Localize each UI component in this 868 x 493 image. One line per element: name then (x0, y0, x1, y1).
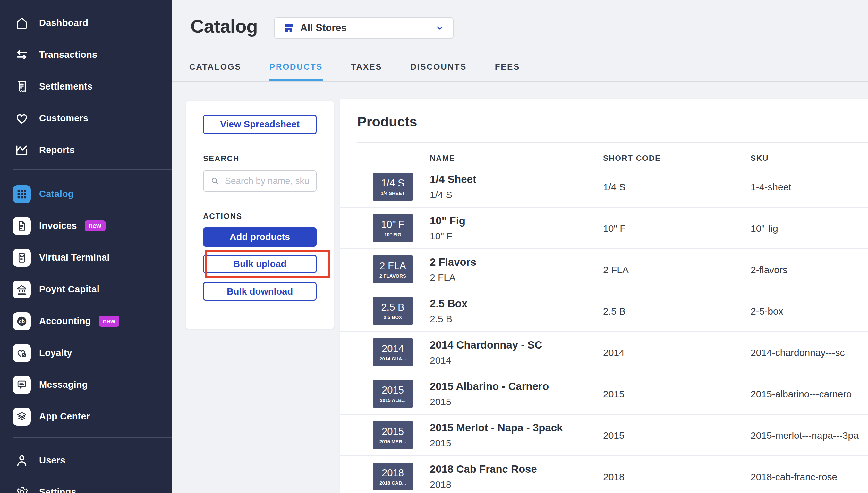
column-header-sku: SKU (751, 154, 769, 163)
product-subname: 10" F (430, 231, 452, 242)
search-section-label: SEARCH (203, 154, 239, 163)
search-input[interactable] (225, 176, 310, 186)
sidebar-item-loyalty[interactable]: Loyalty (0, 337, 172, 369)
svg-text:qb: qb (19, 318, 25, 324)
product-sku: 2018-cab-franc-rose (751, 471, 837, 483)
user-icon (13, 452, 31, 470)
sidebar-item-settlements[interactable]: Settlements (0, 71, 172, 102)
bulk-upload-button[interactable]: Bulk upload (203, 255, 317, 273)
product-row[interactable]: 1/4 S1/4 SHEET1/4 Sheet1/4 S1/4 S1-4-she… (340, 166, 868, 208)
product-row[interactable]: 10" F10" FIG10" Fig10" F10" F10"-fig (340, 208, 868, 249)
product-subname: 2015 (430, 396, 451, 407)
page-title: Catalog (191, 16, 258, 37)
product-row[interactable]: 20182018 CAB...2018 Cab Franc Rose201820… (340, 456, 868, 493)
product-sku: 1-4-sheet (751, 182, 791, 193)
product-sku: 10"-fig (751, 223, 778, 234)
product-tile-abbrev: 10" F (381, 219, 404, 231)
product-tile-sub: 2018 CAB... (379, 480, 406, 486)
catalog-actions-card: View Spreadsheet SEARCH ACTIONS Add prod… (186, 102, 334, 329)
bulk-download-button[interactable]: Bulk download (203, 282, 317, 301)
add-products-button[interactable]: Add products (203, 227, 317, 246)
sidebar-item-label: Catalog (39, 189, 74, 199)
product-short-code: 2018 (603, 471, 625, 483)
sidebar-item-accounting[interactable]: qbAccountingnew (0, 305, 172, 337)
product-row[interactable]: 20142014 CHA...2014 Chardonnay - SC20142… (340, 332, 868, 373)
sidebar-group: DashboardTransactionsSettlementsCustomer… (0, 0, 172, 166)
sidebar-item-label: Reports (39, 145, 75, 155)
sidebar-group: CatalogInvoicesnewVirtual TerminalPoynt … (0, 170, 172, 432)
view-spreadsheet-button[interactable]: View Spreadsheet (203, 114, 317, 134)
tab-label: FEES (495, 62, 520, 71)
tab-catalogs[interactable]: CATALOGS (189, 61, 241, 82)
layers-icon (13, 408, 31, 426)
product-tile-sub: 2015 MER... (379, 439, 406, 444)
product-short-code: 2015 (603, 389, 625, 400)
sidebar-item-poynt-capital[interactable]: Poynt Capital (0, 274, 172, 305)
sidebar-item-reports[interactable]: Reports (0, 134, 172, 166)
sidebar-item-invoices[interactable]: Invoicesnew (0, 210, 172, 242)
product-tile: 20152015 ALB... (373, 380, 413, 408)
product-subname: 2015 (430, 438, 451, 449)
chat-icon (13, 376, 31, 394)
sidebar-item-label: Settlements (39, 81, 93, 92)
tab-label: CATALOGS (189, 62, 241, 71)
tab-products[interactable]: PRODUCTS (269, 61, 323, 82)
tab-fees[interactable]: FEES (495, 61, 520, 82)
product-row[interactable]: 2.5 B2.5 BOX2.5 Box2.5 B2.5 B2-5-box (340, 291, 868, 332)
sidebar-item-label: Messaging (39, 379, 88, 390)
product-tile-abbrev: 2.5 B (381, 302, 404, 313)
loyalty-heart-icon (13, 344, 31, 362)
tab-discounts[interactable]: DISCOUNTS (410, 61, 467, 82)
receipt-icon (13, 78, 31, 95)
search-field (203, 170, 317, 192)
sidebar: DashboardTransactionsSettlementsCustomer… (0, 0, 172, 493)
product-sku: 2-flavors (751, 264, 787, 275)
product-tile-sub: 2.5 BOX (384, 315, 402, 320)
product-subname: 2 FLA (430, 272, 455, 283)
products-panel: Products NAME SHORT CODE SKU 1/4 S1/4 SH… (340, 99, 868, 493)
sidebar-item-app-center[interactable]: App Center (0, 401, 172, 432)
product-short-code: 2 FLA (603, 264, 629, 275)
sidebar-item-label: Dashboard (39, 18, 88, 28)
bank-icon (13, 280, 31, 299)
sidebar-item-transactions[interactable]: Transactions (0, 39, 172, 71)
sidebar-item-settings[interactable]: Settings (0, 476, 172, 493)
product-row[interactable]: 20152015 ALB...2015 Albarino - Carnero20… (340, 373, 868, 415)
tab-label: PRODUCTS (269, 62, 323, 71)
actions-section-label: ACTIONS (203, 212, 242, 221)
sidebar-item-messaging[interactable]: Messaging (0, 369, 172, 401)
products-heading: Products (357, 114, 417, 130)
product-tile-abbrev: 2018 (382, 467, 404, 479)
product-tile: 2.5 B2.5 BOX (373, 297, 413, 325)
product-row[interactable]: 2 FLA2 FLAVORS2 Flavors2 FLA2 FLA2-flavo… (340, 249, 868, 291)
sidebar-item-customers[interactable]: Customers (0, 102, 172, 134)
store-selector-dropdown[interactable]: All Stores (274, 17, 453, 39)
product-name: 2014 Chardonnay - SC (430, 339, 542, 351)
product-row[interactable]: 20152015 MER...2015 Merlot - Napa - 3pac… (340, 415, 868, 456)
sidebar-item-label: Virtual Terminal (39, 252, 110, 263)
new-badge: new (99, 316, 120, 327)
sidebar-item-label: App Center (39, 411, 90, 422)
product-sku: 2015-merlot---napa---3pa (751, 430, 859, 441)
product-tile-abbrev: 2015 (382, 385, 404, 396)
product-tile-sub: 2 FLAVORS (379, 273, 406, 279)
sidebar-item-users[interactable]: Users (0, 445, 172, 476)
product-tile-sub: 10" FIG (384, 232, 401, 237)
tab-label: TAXES (351, 62, 382, 71)
sidebar-item-dashboard[interactable]: Dashboard (0, 7, 172, 39)
column-header-short-code: SHORT CODE (603, 154, 661, 163)
product-subname: 2014 (430, 355, 451, 366)
product-tile: 10" F10" FIG (373, 214, 413, 242)
calculator-icon (13, 249, 31, 267)
tab-taxes[interactable]: TAXES (351, 61, 382, 82)
product-sku: 2015-albarino---carnero (751, 389, 852, 400)
product-name: 2015 Albarino - Carnero (430, 380, 549, 392)
gear-icon (13, 484, 31, 493)
sidebar-item-virtual-terminal[interactable]: Virtual Terminal (0, 242, 172, 274)
transfer-arrows-icon (13, 46, 31, 64)
home-icon (13, 14, 31, 32)
sidebar-item-label: Poynt Capital (39, 284, 99, 295)
product-short-code: 1/4 S (603, 182, 625, 193)
sidebar-item-catalog[interactable]: Catalog (0, 178, 172, 210)
product-subname: 1/4 S (430, 189, 452, 200)
